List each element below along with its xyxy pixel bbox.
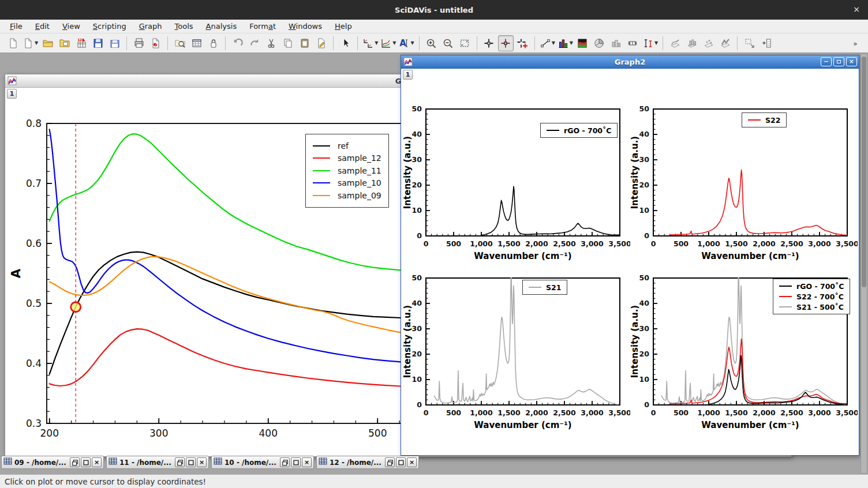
restore-button[interactable] <box>175 457 185 467</box>
close-button[interactable]: × <box>407 457 417 467</box>
edit-function-button[interactable] <box>313 35 329 51</box>
menu-edit[interactable]: Edit <box>29 20 56 32</box>
close-button[interactable]: × <box>302 457 312 467</box>
select-data-range-button[interactable] <box>515 35 530 51</box>
dropdown-arrow-icon[interactable]: ▼ <box>552 40 555 46</box>
svg-text:2,500: 2,500 <box>780 408 803 417</box>
minimized-window-3[interactable]: 10 - /home/...× <box>211 456 314 469</box>
plot-3d-ribbon-button[interactable] <box>717 35 733 51</box>
import-ascii-button[interactable]: 123 <box>73 35 89 51</box>
save-project-button[interactable] <box>90 35 106 51</box>
raman-legend-top-right[interactable]: S22 <box>742 112 787 127</box>
paste-selection-button[interactable] <box>297 35 312 51</box>
raman-legend-top-left[interactable]: rGO - 700˚C <box>540 123 618 138</box>
resize-window-button[interactable] <box>742 35 757 51</box>
plot-area-button[interactable] <box>575 35 590 51</box>
svg-text:0: 0 <box>417 231 422 240</box>
graph2-layer-button[interactable]: 1 <box>403 70 413 80</box>
open-template-button[interactable] <box>57 35 72 51</box>
dropdown-arrow-icon[interactable]: ▼ <box>654 40 658 46</box>
minimized-window-2[interactable]: 11 - /home/...× <box>106 456 209 469</box>
rescale-to-show-all-button[interactable] <box>457 35 473 51</box>
results-log-button[interactable] <box>189 35 204 51</box>
add-layer-button[interactable]: ▼ <box>362 35 379 51</box>
graph2-canvas[interactable]: 1 05001,0001,5002,0002,5003,0003,5000102… <box>401 69 859 455</box>
workspace-vertical-scrollbar[interactable] <box>860 54 867 474</box>
undo-button[interactable] <box>230 35 245 51</box>
legend-item: sample_12 <box>313 152 381 165</box>
resize-window-icon <box>744 37 755 49</box>
add-layer-icon <box>362 37 374 49</box>
copy-selection-button[interactable] <box>280 35 295 51</box>
dropdown-arrow-icon[interactable]: ▼ <box>410 40 414 46</box>
plot-box-button[interactable] <box>625 35 641 51</box>
plot-3d-trajectory-button[interactable] <box>667 35 683 51</box>
restore-button[interactable] <box>385 457 395 467</box>
plot-vectors-button[interactable] <box>608 35 624 51</box>
print-button[interactable] <box>131 35 147 51</box>
plot-3d-scatter-icon <box>703 37 714 49</box>
menu-tools[interactable]: Tools <box>169 20 200 32</box>
export-pdf-button[interactable] <box>148 35 163 51</box>
menu-format[interactable]: Format <box>243 20 282 32</box>
close-button[interactable]: × <box>197 457 207 467</box>
app-close-icon[interactable]: × <box>853 5 860 13</box>
dropdown-arrow-icon[interactable]: ▼ <box>570 40 573 46</box>
scrollbar-thumb[interactable] <box>862 57 866 287</box>
raman-subplot-top-right[interactable]: 05001,0001,5002,0002,5003,0003,500010203… <box>630 103 858 274</box>
redo-button[interactable] <box>246 35 262 51</box>
uvvis-legend[interactable]: refsample_12sample_11sample_10sample_09 <box>305 134 389 208</box>
graph1-layer-button[interactable]: 1 <box>7 89 17 99</box>
restore-button[interactable] <box>70 457 80 467</box>
plot-wizard-button[interactable]: ▼ <box>380 35 396 51</box>
zoom-out-button[interactable] <box>440 35 456 51</box>
close-button[interactable]: × <box>846 57 857 66</box>
plot-3d-bars-button[interactable] <box>684 35 699 51</box>
save-template-button[interactable] <box>107 35 122 51</box>
raman-legend-bottom-right[interactable]: rGO - 700˚CS22 - 700˚CS21 - 500˚C <box>773 279 850 314</box>
project-explorer-button[interactable] <box>172 35 188 51</box>
maximize-button[interactable] <box>81 457 91 467</box>
plot-bar-button[interactable]: ▼ <box>557 35 574 51</box>
menu-windows[interactable]: Windows <box>282 20 328 32</box>
raman-legend-bottom-left[interactable]: S21 <box>522 280 567 295</box>
screen-reader-button[interactable] <box>481 35 497 51</box>
menu-scripting[interactable]: Scripting <box>87 20 133 32</box>
menu-analysis[interactable]: Analysis <box>200 20 244 32</box>
menu-view[interactable]: View <box>56 20 87 32</box>
plot-error-bars-button[interactable]: ▼ <box>642 35 659 51</box>
draw-line-button[interactable]: ▼ <box>539 35 556 51</box>
menu-graph[interactable]: Graph <box>133 20 169 32</box>
dropdown-arrow-icon[interactable]: ▼ <box>375 40 378 46</box>
pointer-button[interactable] <box>338 35 353 51</box>
plot-3d-scatter-button[interactable] <box>701 35 716 51</box>
menu-help[interactable]: Help <box>328 20 358 32</box>
new-aspect-button[interactable]: ▼ <box>22 35 39 51</box>
restore-button[interactable] <box>280 457 290 467</box>
graph2-window[interactable]: Graph2 −× 1 05001,0001,5002,0002,5003,00… <box>401 55 859 456</box>
plot-pie-button[interactable] <box>592 35 607 51</box>
cut-selection-button[interactable] <box>263 35 279 51</box>
minimized-window-4[interactable]: 12 - /home/...× <box>316 456 419 469</box>
maximize-button[interactable] <box>186 457 196 467</box>
toolbar-overflow-button[interactable]: » <box>847 35 863 51</box>
lock-toolbars-button[interactable] <box>205 35 221 51</box>
new-project-button[interactable] <box>5 35 21 51</box>
raman-subplot-bottom-left[interactable]: 05001,0001,5002,0002,5003,0003,500010203… <box>403 272 630 443</box>
minimize-button[interactable]: − <box>821 57 832 66</box>
maximize-button[interactable] <box>291 457 301 467</box>
maximize-button[interactable] <box>396 457 406 467</box>
app-titlebar[interactable]: SciDAVis - untitled × <box>0 0 868 20</box>
dropdown-arrow-icon[interactable]: ▼ <box>392 40 396 46</box>
open-project-button[interactable] <box>40 35 55 51</box>
data-reader-button[interactable] <box>498 35 514 51</box>
close-button[interactable]: × <box>92 457 102 467</box>
add-text-button[interactable]: A▼ <box>398 35 414 51</box>
add-column-button[interactable] <box>758 35 774 51</box>
minimized-window-1[interactable]: 09 - /home/...× <box>1 456 104 469</box>
dropdown-arrow-icon[interactable]: ▼ <box>35 40 38 46</box>
zoom-in-button[interactable] <box>424 35 439 51</box>
menu-file[interactable]: File <box>3 20 29 32</box>
maximize-button[interactable] <box>833 57 844 66</box>
graph2-titlebar[interactable]: Graph2 −× <box>401 55 859 69</box>
